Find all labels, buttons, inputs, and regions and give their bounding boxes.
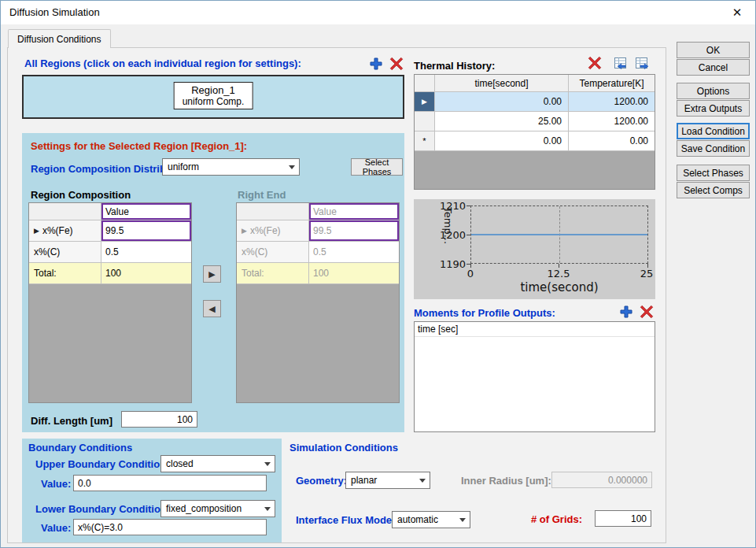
total-label-cell: Total: (29, 263, 101, 284)
y-tick-label: 1190 (439, 258, 466, 270)
ok-button[interactable]: OK (677, 42, 750, 58)
plus-icon (368, 56, 384, 72)
value-cell: 99.5 (309, 220, 399, 242)
total-value-cell: 100 (309, 263, 399, 284)
geometry-combobox[interactable]: planar (345, 472, 430, 489)
chevron-down-icon (459, 518, 466, 522)
copy-to-left-button[interactable]: ◀ (203, 300, 221, 317)
geometry-value: planar (351, 475, 377, 486)
right-end-table: Value ▶ x%(Fe) 99.5 x%(C) 0.5 Total: 100 (236, 202, 400, 403)
chart-x-axis-label: time(second) (470, 280, 648, 294)
y-tick-label: 1200 (439, 229, 466, 241)
interface-flux-model-combobox[interactable]: automatic (392, 511, 470, 528)
select-comps-button[interactable]: Select Comps (677, 182, 750, 198)
lower-value-input[interactable] (73, 519, 267, 535)
copy-to-right-button[interactable]: ▶ (203, 265, 221, 283)
delete-thermal-row-button[interactable] (586, 54, 603, 72)
x-tick-label: 25 (636, 268, 657, 280)
time-cell[interactable]: 0.00 (435, 92, 569, 112)
x-tick-label: 12.5 (545, 268, 572, 280)
thermal-history-table[interactable]: time[second] Temperature[K] ▶ 0.00 1200.… (414, 74, 655, 190)
select-phases-button[interactable]: Select Phases (677, 165, 750, 181)
extra-outputs-button[interactable]: Extra Outputs (677, 100, 750, 117)
plus-icon (618, 304, 634, 320)
table-row[interactable]: x%(C) 0.5 (29, 242, 191, 263)
table-row[interactable]: ▶ 0.00 1200.00 (415, 92, 655, 112)
moments-column-header: time [sec] (415, 322, 655, 337)
upper-value-input[interactable] (73, 475, 267, 491)
row-marker-cell (415, 112, 435, 131)
simulation-conditions-title: Simulation Conditions (289, 442, 398, 454)
component-name: x%(Fe) (42, 225, 73, 236)
num-grids-input[interactable] (595, 510, 651, 527)
diffusion-simulation-dialog: Diffusion Simulation ✕ Diffusion Conditi… (0, 0, 756, 548)
value-cell[interactable]: 99.5 (101, 220, 191, 242)
row-name-cell: x%(C) (29, 242, 101, 263)
temperature-cell[interactable]: 0.00 (569, 131, 655, 151)
row-marker-icon: ▶ (242, 227, 247, 235)
region-name: Region_1 (183, 84, 245, 96)
save-condition-button[interactable]: Save Condition (677, 140, 750, 157)
region-node[interactable]: Region_1 uniform Comp. (174, 82, 253, 109)
select-phases-inline-button[interactable]: Select Phases (351, 158, 403, 176)
export-thermal-table-button[interactable] (633, 54, 651, 72)
thermal-history-label: Thermal History: (414, 60, 495, 72)
upper-boundary-value: closed (166, 458, 194, 469)
lower-value-label: Value: (41, 522, 71, 534)
lower-boundary-combobox[interactable]: fixed_composition (160, 500, 275, 517)
header-value-cell: Value (101, 203, 191, 220)
header-value-cell: Value (309, 203, 399, 220)
x-tick-label: 0 (466, 268, 475, 280)
component-name: x%(Fe) (250, 225, 281, 236)
options-button[interactable]: Options (677, 83, 750, 99)
table-row: x%(C) 0.5 (237, 242, 399, 263)
table-header-row: Value (237, 203, 399, 220)
upper-boundary-combobox[interactable]: closed (160, 455, 275, 472)
chart-plot-area (470, 206, 648, 264)
boundary-conditions-panel: Boundary Conditions Upper Boundary Condi… (22, 439, 282, 542)
component-name: x%(C) (34, 246, 60, 257)
add-region-button[interactable] (367, 55, 385, 72)
temperature-cell[interactable]: 1200.00 (569, 112, 655, 131)
arrow-right-icon: ▶ (208, 269, 215, 280)
tab-label: Diffusion Conditions (17, 34, 101, 45)
distribution-combobox[interactable]: uniform (162, 158, 300, 176)
row-name-cell: ▶ x%(Fe) (237, 220, 309, 242)
diff-length-label: Diff. Length [um] (31, 415, 112, 427)
table-row[interactable]: 25.00 1200.00 (415, 112, 655, 131)
delete-moment-button[interactable] (638, 303, 655, 320)
regions-canvas[interactable]: Region_1 uniform Comp. (22, 75, 404, 119)
chevron-down-icon (289, 165, 295, 169)
delete-icon (587, 55, 603, 71)
value-cell: 0.5 (309, 242, 399, 263)
table-header-row: Value (29, 203, 191, 220)
header-time-cell: time[second] (435, 75, 569, 92)
temperature-cell[interactable]: 1200.00 (569, 92, 655, 112)
settings-title: Settings for the Selected Region [Region… (31, 140, 247, 152)
value-cell[interactable]: 0.5 (101, 242, 191, 263)
cancel-button[interactable]: Cancel (677, 59, 750, 76)
region-composition-table[interactable]: Value ▶ x%(Fe) 99.5 x%(C) 0.5 Total: 100 (28, 202, 192, 403)
time-cell[interactable]: 25.00 (435, 112, 569, 131)
arrow-left-icon: ◀ (208, 304, 215, 314)
load-condition-button[interactable]: Load Condition (677, 123, 750, 139)
table-row[interactable]: ▶ x%(Fe) 99.5 (29, 220, 191, 242)
time-cell[interactable]: 0.00 (435, 131, 569, 151)
table-row[interactable]: * 0.00 0.00 (415, 131, 655, 151)
import-thermal-table-button[interactable] (611, 54, 629, 72)
row-marker-cell: ▶ (415, 92, 435, 112)
tab-diffusion-conditions[interactable]: Diffusion Conditions (8, 29, 111, 48)
row-name-cell: x%(C) (237, 242, 309, 263)
add-moment-button[interactable] (618, 303, 635, 320)
table-total-row: Total: 100 (29, 263, 191, 284)
diff-length-input[interactable] (121, 411, 197, 428)
region-description: uniform Comp. (183, 96, 245, 107)
boundary-conditions-title: Boundary Conditions (28, 442, 132, 454)
moments-listbox[interactable]: time [sec] (414, 321, 655, 432)
delete-region-button[interactable] (388, 55, 405, 72)
titlebar: Diffusion Simulation ✕ (1, 1, 755, 24)
close-button[interactable]: ✕ (719, 1, 755, 24)
header-blank-cell (237, 203, 309, 220)
moments-label: Moments for Profile Outputs: (414, 307, 555, 319)
geometry-label: Geometry: (296, 475, 347, 487)
